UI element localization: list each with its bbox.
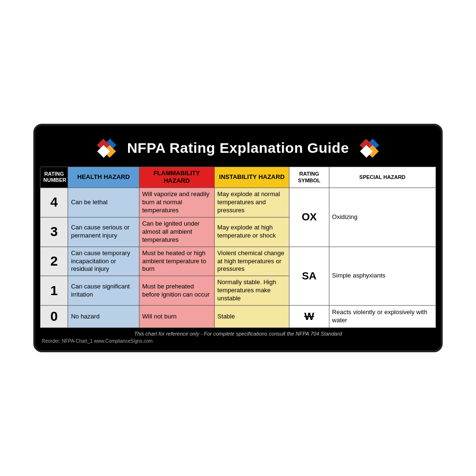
symbol-ox: OX xyxy=(289,188,329,247)
page-title: NFPA Rating Explanation Guide xyxy=(127,140,349,156)
rating-number-3: 3 xyxy=(40,218,68,247)
card-header: NFPA Rating Explanation Guide xyxy=(40,130,436,167)
instability-2: Violent chemical change at high temperat… xyxy=(214,247,289,276)
health-1: Can cause significant irritation xyxy=(68,276,139,306)
rating-number-4: 4 xyxy=(40,188,68,218)
special-water: Reacts violently or explosively with wat… xyxy=(329,306,436,328)
instability-1: Normally stable. High temperatures make … xyxy=(214,276,289,306)
col-header-instability: INSTABILITY HAZARD xyxy=(214,167,289,188)
flammability-2: Must be heated or high ambient temperatu… xyxy=(139,247,214,276)
table-row: 0 No hazard Will not burn Stable W React… xyxy=(40,306,436,328)
instability-0: Stable xyxy=(214,306,289,328)
rating-number-0: 0 xyxy=(40,306,68,328)
table-row: 2 Can cause temporary incapacitation or … xyxy=(40,247,436,276)
flammability-0: Will not burn xyxy=(139,306,214,328)
rating-number-2: 2 xyxy=(40,247,68,276)
special-asphyxiants: Simple asphyxiants xyxy=(329,247,436,305)
col-header-health: HEALTH HAZARD xyxy=(68,167,139,188)
col-header-special: SPECIAL HAZARD xyxy=(329,167,436,188)
nfpa-card: NFPA Rating Explanation Guide xyxy=(33,124,443,353)
symbol-sa: SA xyxy=(289,247,329,305)
flammability-1: Must be preheated before ignition can oc… xyxy=(139,276,214,306)
special-oxidizing: Oxidizing xyxy=(329,188,436,247)
instability-4: May explode at normal temperatures and p… xyxy=(214,188,289,218)
health-2: Can cause temporary incapacitation or re… xyxy=(68,247,139,276)
symbol-w: W xyxy=(289,306,329,328)
health-4: Can be lethal xyxy=(68,188,139,218)
flammability-3: Can be ignited under almost all ambient … xyxy=(139,218,214,247)
footer-reorder: Reorder: NFPA-Chart_1 www.ComplianceSign… xyxy=(40,337,436,346)
table-header-row: RATING NUMBER HEALTH HAZARD FLAMMABILITY… xyxy=(40,167,436,188)
col-header-rating-number: RATING NUMBER xyxy=(40,167,68,188)
footer-disclaimer: This chart for reference only - For comp… xyxy=(40,328,436,337)
col-header-symbol: RATING SYMBOL xyxy=(289,167,329,188)
nfpa-table: RATING NUMBER HEALTH HAZARD FLAMMABILITY… xyxy=(40,167,436,328)
diamond-left xyxy=(94,135,119,161)
main-table-wrap: RATING NUMBER HEALTH HAZARD FLAMMABILITY… xyxy=(40,167,436,328)
diamond-right xyxy=(357,135,382,161)
table-row: 4 Can be lethal Will vaporize and readil… xyxy=(40,188,436,218)
instability-3: May explode at high temperature or shock xyxy=(214,218,289,247)
health-0: No hazard xyxy=(68,306,139,328)
health-3: Can cause serious or permanent injury xyxy=(68,218,139,247)
rating-number-1: 1 xyxy=(40,276,68,306)
col-header-flammability: FLAMMABILITY HAZARD xyxy=(139,167,214,188)
flammability-4: Will vaporize and readily burn at normal… xyxy=(139,188,214,218)
